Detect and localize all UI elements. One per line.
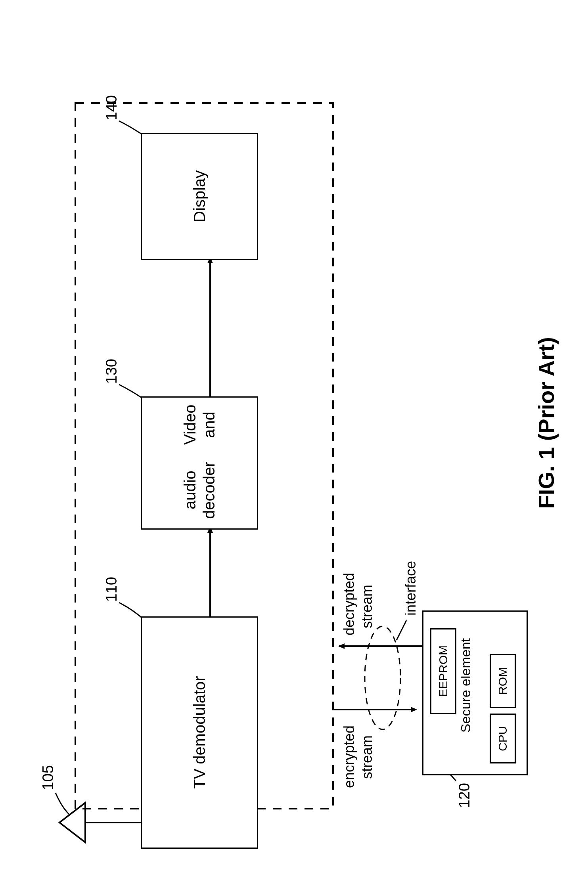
cpu-block: CPU (490, 714, 516, 763)
eeprom-label: EEPROM (437, 645, 450, 697)
figure-caption: FIG. 1 (Prior Art) (533, 337, 559, 509)
ref-105: 105 (40, 765, 57, 790)
interface-label: interface (402, 561, 419, 616)
tv-demodulator-label: TV demodulator (191, 676, 209, 789)
svg-line-7 (396, 620, 406, 640)
ref-140: 140 (103, 95, 120, 120)
encrypted-label-line1: encrypted (341, 725, 358, 788)
rom-label: ROM (496, 667, 509, 695)
display-block: Display (141, 133, 258, 260)
diagram-canvas: TV demodulator audio decoder Video and D… (0, 0, 588, 882)
ref-120: 120 (456, 783, 473, 808)
decrypted-label-line2: stream (359, 585, 375, 628)
decoder-label-line2: audio decoder (180, 452, 218, 528)
secure-element-label: Secure element (458, 638, 473, 733)
encrypted-label-line2: stream (359, 735, 375, 779)
svg-point-6 (365, 626, 400, 729)
tv-demodulator-block: TV demodulator (141, 616, 258, 849)
ref-130: 130 (103, 359, 120, 384)
eeprom-block: EEPROM (430, 628, 456, 714)
decrypted-label-line1: decrypted (341, 573, 358, 635)
display-label: Display (191, 170, 209, 222)
rom-block: ROM (490, 654, 516, 708)
decoder-block: audio decoder Video and (141, 396, 258, 530)
ref-110: 110 (103, 577, 120, 602)
cpu-label: CPU (496, 726, 509, 751)
decoder-label-line1: Video and (180, 398, 218, 452)
